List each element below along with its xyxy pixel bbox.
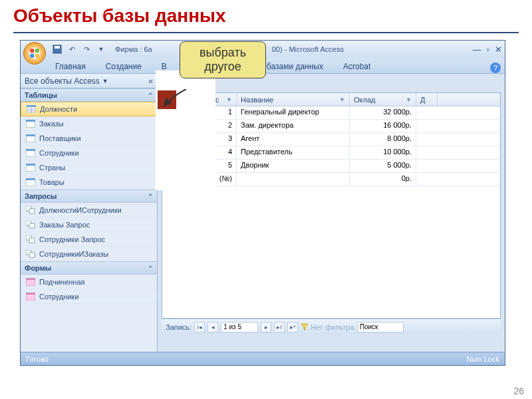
svg-rect-25 xyxy=(29,223,35,228)
column-header[interactable]: Д xyxy=(416,93,438,106)
cell[interactable]: 5 000р. xyxy=(350,160,416,172)
help-icon[interactable]: ? xyxy=(490,63,501,73)
next-record-icon[interactable]: ▸ xyxy=(261,322,271,332)
search-input[interactable] xyxy=(357,322,404,332)
collapse-icon[interactable]: « xyxy=(148,76,153,86)
office-logo-icon xyxy=(28,47,41,60)
save-icon[interactable] xyxy=(51,43,63,55)
svg-rect-6 xyxy=(55,46,60,49)
prev-record-icon[interactable]: ◂ xyxy=(207,322,218,332)
table-row-new[interactable]: (№)0р. xyxy=(162,173,500,186)
cell[interactable]: 8 000р. xyxy=(350,133,416,146)
dropdown-icon[interactable]: ▼ xyxy=(406,96,412,103)
ribbon-tab-acrobat[interactable]: Acrobat xyxy=(339,60,374,73)
nav-item-postavshchiki[interactable]: Поставщики xyxy=(21,131,157,146)
annotation-arrow-icon xyxy=(160,89,193,116)
form-icon xyxy=(26,278,35,286)
nav-item-sotrudniki[interactable]: Сотрудники xyxy=(21,146,157,160)
last-record-icon[interactable]: ▸I xyxy=(274,322,285,332)
dropdown-icon[interactable]: ▼ xyxy=(102,78,108,84)
cell[interactable] xyxy=(237,173,350,186)
record-position-input[interactable] xyxy=(221,322,258,332)
cell[interactable]: 0р. xyxy=(350,173,416,186)
nav-item-label: Заказы xyxy=(39,120,64,128)
cell[interactable]: 4 xyxy=(177,146,237,159)
nav-item-query[interactable]: Сотрудники Запрос xyxy=(21,232,157,247)
column-header[interactable]: Оклад▼ xyxy=(350,93,416,106)
cell[interactable]: (№) xyxy=(177,173,237,186)
nav-group-head-tables[interactable]: Таблицы ⌃ xyxy=(21,88,157,102)
minimize-icon[interactable]: — xyxy=(472,45,481,55)
nav-item-strany[interactable]: Страны xyxy=(21,160,157,175)
cell[interactable] xyxy=(416,133,438,146)
new-record-icon[interactable]: ▸* xyxy=(287,322,298,332)
nav-item-form[interactable]: Подчиненная xyxy=(21,275,157,289)
nav-group-head-queries[interactable]: Запросы ⌃ xyxy=(21,190,157,203)
table-icon xyxy=(27,105,36,113)
cell[interactable] xyxy=(416,146,438,159)
ribbon-tab-home[interactable]: Главная xyxy=(51,60,90,73)
dropdown-icon[interactable]: ▼ xyxy=(339,96,345,103)
slide-title: Объекты базы данных xyxy=(0,0,532,28)
svg-rect-13 xyxy=(26,120,35,122)
nav-group-head-forms[interactable]: Формы ⌃ xyxy=(21,261,157,275)
cell[interactable]: 3 xyxy=(177,133,237,146)
cell[interactable]: Агент xyxy=(237,133,350,146)
column-header[interactable]: Название▼ xyxy=(237,93,350,106)
nav-item-form[interactable]: Сотрудники xyxy=(21,289,157,304)
undo-icon[interactable]: ↶ xyxy=(66,43,78,55)
annotation-callout: выбрать другое xyxy=(180,41,266,78)
nav-item-query[interactable]: ДолжностиИСотрудники xyxy=(21,203,157,217)
row-selector[interactable] xyxy=(162,120,177,132)
cell[interactable]: 5 xyxy=(177,160,237,172)
table-row[interactable]: 3Агент8 000р. xyxy=(162,133,500,146)
restore-icon[interactable]: ▫ xyxy=(486,45,489,55)
qat-dropdown-icon[interactable]: ▼ xyxy=(95,43,107,55)
first-record-icon[interactable]: I◂ xyxy=(194,322,205,332)
row-selector[interactable] xyxy=(162,133,177,146)
close-icon[interactable]: ✕ xyxy=(495,45,502,55)
nav-item-dolzhnosti[interactable]: Должности xyxy=(21,102,157,116)
cell[interactable] xyxy=(416,106,438,119)
collapse-group-icon[interactable]: ⌃ xyxy=(148,193,153,200)
table-row[interactable]: 1Генеральный директор32 000р. xyxy=(162,106,500,120)
datasheet-grid[interactable]: КодДолжнс▼ Название▼ Оклад▼ Д 1Генеральн… xyxy=(162,92,501,319)
dropdown-icon[interactable]: ▼ xyxy=(226,96,232,103)
window-controls: — ▫ ✕ xyxy=(472,45,502,55)
cell[interactable] xyxy=(416,160,438,172)
nav-item-zakazy[interactable]: Заказы xyxy=(21,116,157,131)
nav-item-tovary[interactable]: Товары xyxy=(21,175,157,190)
cell[interactable] xyxy=(416,120,438,132)
cell[interactable]: 32 000р. xyxy=(350,106,416,119)
cell[interactable]: Представитель xyxy=(237,146,350,159)
table-row[interactable]: 5Дворник5 000р. xyxy=(162,160,500,173)
cell[interactable]: 2 xyxy=(177,120,237,132)
cell[interactable]: 16 000р. xyxy=(350,120,416,132)
redo-icon[interactable]: ↷ xyxy=(80,43,92,55)
cell[interactable]: 10 000р. xyxy=(350,146,416,159)
table-row[interactable]: 2Зам. директора16 000р. xyxy=(162,120,500,133)
quick-access-toolbar: ↶ ↷ ▼ xyxy=(51,43,107,55)
col-label: Название xyxy=(241,96,273,104)
nav-item-query[interactable]: СотрудникиИЗаказы xyxy=(21,247,157,261)
cell[interactable] xyxy=(416,173,438,186)
ribbon-tab-external[interactable]: В xyxy=(158,60,171,73)
collapse-group-icon[interactable]: ⌃ xyxy=(148,92,153,99)
cell[interactable]: Дворник xyxy=(237,160,350,172)
row-selector[interactable] xyxy=(162,146,177,159)
nav-item-label: ДолжностиИСотрудники xyxy=(39,206,122,214)
row-selector[interactable] xyxy=(162,173,177,186)
office-button[interactable] xyxy=(23,42,46,65)
table-row[interactable]: 4Представитель10 000р. xyxy=(162,146,500,160)
row-selector[interactable] xyxy=(162,160,177,172)
filter-indicator[interactable]: Нет фильтра xyxy=(301,323,354,331)
cell[interactable]: Генеральный директор xyxy=(237,106,350,119)
nav-item-query[interactable]: Заказы Запрос xyxy=(21,217,157,232)
svg-rect-33 xyxy=(26,293,35,295)
collapse-group-icon[interactable]: ⌃ xyxy=(148,265,153,272)
ribbon-tab-dbtools[interactable]: базами данных xyxy=(263,60,327,73)
svg-rect-1 xyxy=(30,49,34,53)
ribbon-tab-create[interactable]: Создание xyxy=(102,60,146,73)
navpane-header[interactable]: Все объекты Access ▼ « xyxy=(21,74,157,88)
cell[interactable]: Зам. директора xyxy=(237,120,350,132)
